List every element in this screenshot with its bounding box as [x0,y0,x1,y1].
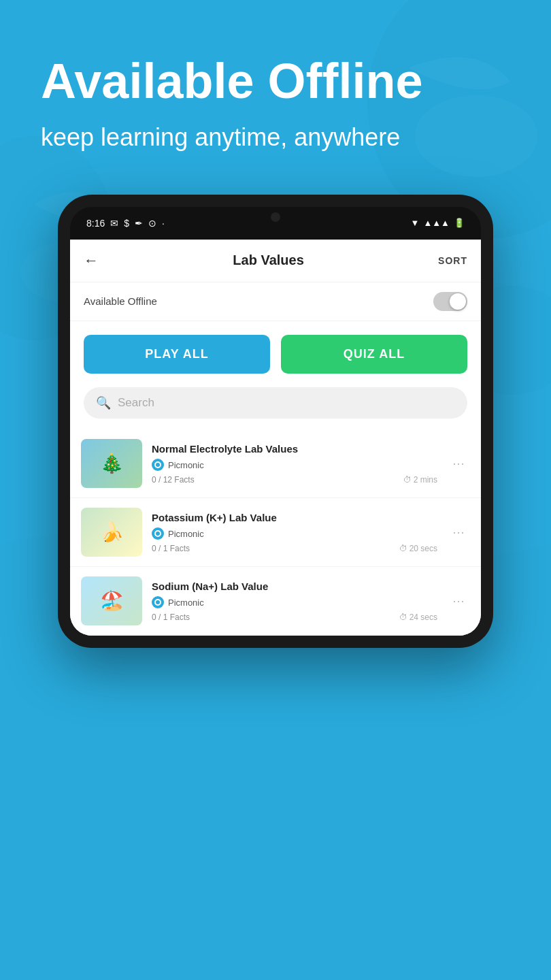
list-item[interactable]: 🎄 Normal Electrolyte Lab Values Picmonic… [70,429,481,498]
list-item[interactable]: 🏖️ Sodium (Na+) Lab Value Picmonic 0 / 1… [70,567,481,636]
offline-toggle[interactable] [433,292,467,311]
status-mail-icon: ✉ [110,218,118,229]
wifi-icon: ▼ [411,218,420,228]
item-thumbnail-1: 🎄 [81,439,142,488]
sort-button[interactable]: SORT [438,255,467,266]
phone-frame: 8:16 ✉ $ ✒ ⊙ · ▼ ▲▲▲ 🔋 ← Lab Values SORT [58,195,493,648]
play-all-button[interactable]: PLAY ALL [84,335,270,374]
status-right-icons: ▼ ▲▲▲ 🔋 [411,218,465,228]
thumb-image-2: 🍌 [81,508,142,557]
status-dot: · [162,218,165,229]
back-button[interactable]: ← [84,252,99,270]
item-meta-3: 0 / 1 Facts ⏱ 24 secs [152,612,437,622]
items-list: 🎄 Normal Electrolyte Lab Values Picmonic… [70,429,481,636]
item-info-2: Potassium (K+) Lab Value Picmonic 0 / 1 … [152,511,437,554]
status-pen-icon: ✒ [135,218,143,229]
app-header: ← Lab Values SORT [70,240,481,282]
app-screen-title: Lab Values [233,252,304,268]
battery-icon: 🔋 [454,218,465,228]
item-facts-2: 0 / 1 Facts [152,544,190,553]
list-item[interactable]: 🍌 Potassium (K+) Lab Value Picmonic 0 / … [70,498,481,567]
status-target-icon: ⊙ [148,218,156,229]
item-more-2[interactable]: ⋯ [447,522,470,542]
status-left: 8:16 ✉ $ ✒ ⊙ · [86,218,165,229]
thumb-image-1: 🎄 [81,439,142,488]
item-time-1: ⏱ 2 mins [403,475,437,485]
item-title-1: Normal Electrolyte Lab Values [152,442,437,456]
item-source-name-2: Picmonic [168,529,204,539]
item-source-name-3: Picmonic [168,598,204,608]
item-more-3[interactable]: ⋯ [447,591,470,611]
item-source-2: Picmonic [152,527,437,540]
search-icon: 🔍 [96,395,111,410]
phone-mockup: 8:16 ✉ $ ✒ ⊙ · ▼ ▲▲▲ 🔋 ← Lab Values SORT [0,195,551,648]
item-thumbnail-3: 🏖️ [81,576,142,625]
search-bar[interactable]: 🔍 Search [84,387,467,419]
thumb-image-3: 🏖️ [81,576,142,625]
item-facts-1: 0 / 12 Facts [152,475,195,485]
item-more-1[interactable]: ⋯ [447,453,470,474]
item-facts-3: 0 / 1 Facts [152,612,190,622]
status-dollar-icon: $ [124,218,129,229]
action-buttons-row: PLAY ALL QUIZ ALL [70,321,481,387]
item-meta-1: 0 / 12 Facts ⏱ 2 mins [152,475,437,485]
item-title-2: Potassium (K+) Lab Value [152,511,437,525]
offline-toggle-row: Available Offline [70,282,481,321]
header-section: Available Offline keep learning anytime,… [0,0,551,181]
picmonic-icon-1 [152,459,164,471]
phone-screen: ← Lab Values SORT Available Offline PLAY… [70,240,481,636]
item-source-name-1: Picmonic [168,460,204,470]
main-subtitle: keep learning anytime, anywhere [41,122,510,154]
search-placeholder-text: Search [118,396,154,410]
signal-icon: ▲▲▲ [423,218,450,228]
camera-notch [271,212,280,222]
quiz-all-button[interactable]: QUIZ ALL [281,335,467,374]
toggle-knob [450,293,466,310]
offline-label: Available Offline [84,295,157,307]
picmonic-icon-3 [152,596,164,608]
status-time: 8:16 [86,218,105,229]
item-info-1: Normal Electrolyte Lab Values Picmonic 0… [152,442,437,485]
item-source-3: Picmonic [152,596,437,608]
item-source-1: Picmonic [152,459,437,471]
item-title-3: Sodium (Na+) Lab Value [152,580,437,593]
item-info-3: Sodium (Na+) Lab Value Picmonic 0 / 1 Fa… [152,580,437,623]
picmonic-icon-inner-1 [154,461,161,468]
main-title: Available Offline [41,54,510,108]
item-time-3: ⏱ 24 secs [399,612,437,622]
item-time-2: ⏱ 20 secs [399,544,437,553]
picmonic-icon-inner-3 [154,599,161,606]
item-meta-2: 0 / 1 Facts ⏱ 20 secs [152,544,437,553]
status-bar: 8:16 ✉ $ ✒ ⊙ · ▼ ▲▲▲ 🔋 [70,207,481,240]
item-thumbnail-2: 🍌 [81,508,142,557]
picmonic-icon-2 [152,527,164,540]
picmonic-icon-inner-2 [154,530,161,537]
